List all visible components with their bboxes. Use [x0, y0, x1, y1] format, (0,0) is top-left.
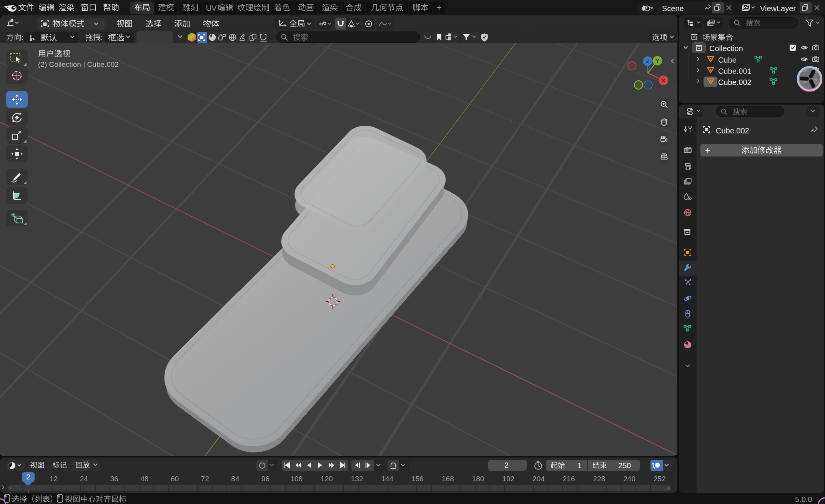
- svg-text:Z: Z: [646, 58, 649, 64]
- svg-text:X: X: [662, 78, 665, 83]
- svg-text:Y: Y: [656, 58, 659, 64]
